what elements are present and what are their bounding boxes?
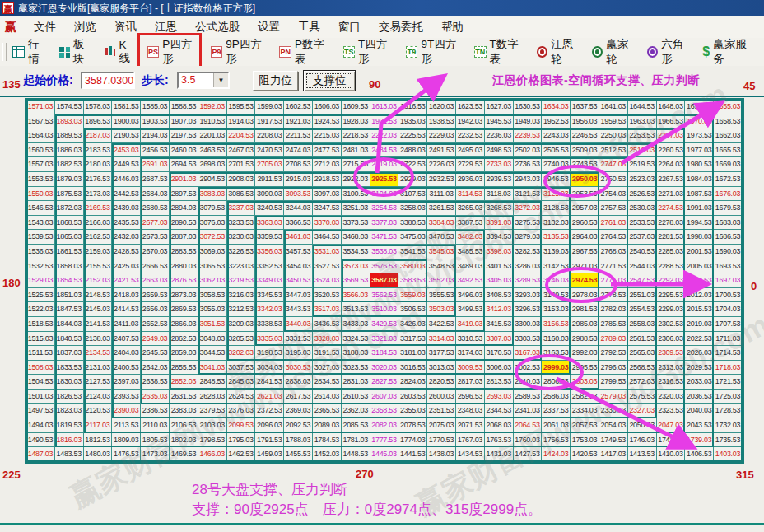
grid-cell[interactable]: 2155.53 xyxy=(84,259,113,274)
grid-cell[interactable]: 2680.53 xyxy=(141,201,170,216)
grid-cell[interactable]: 3034.03 xyxy=(255,361,284,376)
grid-cell[interactable]: 3289.53 xyxy=(514,273,543,288)
grid-cell[interactable]: 3538.03 xyxy=(370,245,399,259)
grid-cell[interactable]: 1529.03 xyxy=(26,273,55,288)
grid-cell[interactable]: 2785.53 xyxy=(599,317,628,332)
grid-cell[interactable]: 3454.03 xyxy=(284,259,313,274)
grid-cell[interactable]: 1634.03 xyxy=(542,100,571,114)
grid-cell[interactable]: 3307.03 xyxy=(485,332,514,347)
grid-cell[interactable]: 2806.53 xyxy=(542,375,571,390)
grid-cell[interactable]: 2610.53 xyxy=(342,390,370,404)
grid-cell[interactable]: 2939.53 xyxy=(485,172,514,187)
grid-cell[interactable]: 3170.53 xyxy=(485,346,514,361)
combo-dropdown-icon[interactable]: ▼ xyxy=(213,73,228,87)
grid-cell[interactable]: 3163.53 xyxy=(542,346,571,361)
grid-cell[interactable]: 3044.53 xyxy=(198,346,227,361)
grid-cell[interactable]: 1658.53 xyxy=(714,114,743,129)
grid-cell[interactable]: 1648.03 xyxy=(657,100,686,114)
grid-cell[interactable]: 1662.03 xyxy=(714,128,743,143)
grid-cell[interactable]: 2463.53 xyxy=(198,143,227,158)
grid-cell[interactable]: 2708.53 xyxy=(284,157,313,172)
grid-cell[interactable]: 2404.03 xyxy=(112,346,141,361)
grid-cell[interactable]: 3300.03 xyxy=(514,317,543,332)
grid-cell[interactable]: 1903.53 xyxy=(141,114,170,129)
grid-cell[interactable]: 1613.03 xyxy=(370,100,399,114)
grid-cell[interactable]: 3041.03 xyxy=(198,361,227,376)
grid-cell[interactable]: 3226.53 xyxy=(227,245,256,259)
grid-cell[interactable]: 2295.53 xyxy=(657,288,686,303)
toolbar-item-winner-wheel[interactable]: 赢家轮 xyxy=(592,37,636,67)
grid-cell[interactable]: 1931.53 xyxy=(370,114,399,129)
grid-cell[interactable]: 1441.53 xyxy=(398,447,427,462)
grid-cell[interactable]: 3478.53 xyxy=(427,230,456,245)
grid-cell[interactable]: 2421.53 xyxy=(112,273,141,288)
grid-cell[interactable]: 3247.53 xyxy=(313,201,342,216)
grid-cell[interactable]: 2810.03 xyxy=(514,375,543,390)
grid-cell[interactable]: 2225.53 xyxy=(398,128,427,143)
grid-cell[interactable]: 3174.03 xyxy=(456,346,485,361)
grid-cell[interactable]: 3450.53 xyxy=(284,273,313,288)
grid-cell[interactable]: 2057.53 xyxy=(571,418,599,433)
grid-cell[interactable]: 3233.53 xyxy=(227,216,256,231)
grid-cell[interactable]: 3349.03 xyxy=(255,273,284,288)
grid-cell[interactable]: 3363.03 xyxy=(255,216,284,231)
grid-cell[interactable]: 2614.03 xyxy=(313,390,342,404)
grid-cell[interactable]: 3181.03 xyxy=(398,346,427,361)
grid-cell[interactable]: 1616.53 xyxy=(398,100,427,114)
grid-cell[interactable]: 3072.53 xyxy=(198,230,227,245)
grid-cell[interactable]: 1511.53 xyxy=(26,346,55,361)
grid-cell[interactable]: 2488.03 xyxy=(398,143,427,158)
grid-cell[interactable]: 2967.53 xyxy=(571,245,599,259)
grid-cell[interactable]: 3583.53 xyxy=(398,273,427,288)
grid-cell[interactable]: 2131.03 xyxy=(84,361,113,376)
grid-cell[interactable]: 1830.03 xyxy=(55,375,84,390)
grid-cell[interactable]: 3023.53 xyxy=(342,361,370,376)
grid-cell[interactable]: 2624.53 xyxy=(227,390,256,404)
grid-cell[interactable]: 3345.53 xyxy=(255,288,284,303)
grid-cell[interactable]: 1406.53 xyxy=(685,447,714,462)
grid-cell[interactable]: 1854.53 xyxy=(55,273,84,288)
grid-cell[interactable]: 1525.53 xyxy=(26,288,55,303)
grid-cell[interactable]: 3296.53 xyxy=(514,302,543,317)
grid-cell[interactable]: 3457.53 xyxy=(284,245,313,259)
support-button[interactable]: 支撑位 xyxy=(303,70,356,91)
grid-cell[interactable]: 3573.03 xyxy=(342,259,370,274)
grid-cell[interactable]: 2299.03 xyxy=(657,302,686,317)
grid-cell[interactable]: 1683.03 xyxy=(714,216,743,231)
grid-cell[interactable]: 2701.53 xyxy=(227,157,256,172)
grid-cell[interactable]: 2876.53 xyxy=(170,273,198,288)
grid-cell[interactable]: 3167.03 xyxy=(514,346,543,361)
grid-cell[interactable]: 2743.53 xyxy=(571,157,599,172)
grid-cell[interactable]: 2243.03 xyxy=(542,128,571,143)
grid-cell[interactable]: 2215.03 xyxy=(313,128,342,143)
grid-cell[interactable]: 1781.03 xyxy=(342,433,370,448)
grid-cell[interactable]: 1459.03 xyxy=(255,447,284,462)
grid-cell[interactable]: 1721.53 xyxy=(714,375,743,390)
start-price-input[interactable] xyxy=(81,72,135,89)
grid-cell[interactable]: 2771.53 xyxy=(599,259,628,274)
grid-cell[interactable]: 2397.03 xyxy=(112,375,141,390)
grid-cell[interactable]: 1651.53 xyxy=(685,100,714,114)
grid-cell[interactable]: 2645.53 xyxy=(141,346,170,361)
grid-cell[interactable]: 2292.03 xyxy=(657,273,686,288)
grid-cell[interactable]: 2334.03 xyxy=(571,404,599,418)
grid-cell[interactable]: 2313.03 xyxy=(657,361,686,376)
grid-cell[interactable]: 3328.03 xyxy=(313,332,342,347)
grid-cell[interactable]: 2617.53 xyxy=(284,390,313,404)
grid-cell[interactable]: 1812.53 xyxy=(84,433,113,448)
grid-cell[interactable]: 3286.03 xyxy=(514,259,543,274)
grid-cell[interactable]: 2278.03 xyxy=(657,216,686,231)
grid-cell[interactable]: 1553.53 xyxy=(26,172,55,187)
grid-cell[interactable]: 2425.03 xyxy=(112,259,141,274)
grid-cell[interactable]: 2932.53 xyxy=(427,172,456,187)
grid-cell[interactable]: 2232.53 xyxy=(456,128,485,143)
grid-cell[interactable]: 3009.53 xyxy=(456,361,485,376)
grid-cell[interactable]: 2533.53 xyxy=(628,216,657,231)
grid-cell[interactable]: 1578.03 xyxy=(84,100,113,114)
grid-cell[interactable]: 3216.03 xyxy=(227,288,256,303)
grid-cell[interactable]: 1641.03 xyxy=(599,100,628,114)
grid-cell[interactable]: 1756.53 xyxy=(542,433,571,448)
grid-cell[interactable]: 2936.03 xyxy=(456,172,485,187)
grid-cell[interactable]: 2414.53 xyxy=(112,302,141,317)
grid-cell[interactable]: 2778.53 xyxy=(599,288,628,303)
